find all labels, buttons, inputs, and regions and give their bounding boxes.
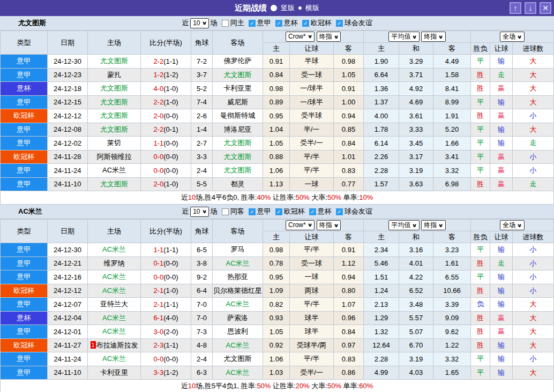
home-team: 尤文图斯 — [88, 109, 141, 123]
avg-draw: 4.92 — [399, 82, 433, 96]
move-up-button[interactable]: ↑ — [510, 2, 521, 14]
average-select[interactable]: 平均值∨ — [388, 32, 419, 42]
match-count-select[interactable]: 10∨ — [190, 207, 209, 217]
league-checkbox-friendly[interactable]: ✓ — [336, 20, 343, 27]
avg-draw: 3.48 — [399, 298, 433, 312]
table-row: 意甲 24-12-07 亚特兰大 2-1(1-1) 7-0 AC米兰 0.82 … — [1, 298, 554, 312]
goals-flag: 大 — [513, 311, 554, 325]
odds-handicap-line: 两球 — [290, 284, 334, 298]
corner-score: 7-0 — [191, 298, 213, 312]
match-count-select[interactable]: 10∨ — [190, 18, 209, 28]
league-label-ucl[interactable]: 欧冠杯 — [311, 18, 332, 28]
avg-home: 6.14 — [364, 137, 399, 150]
league-label-coppa[interactable]: 意杯 — [284, 18, 298, 28]
match-date: 24-12-12 — [48, 284, 88, 298]
odds-away: 1.12 — [334, 257, 364, 270]
league-label-friendly[interactable]: 球会友谊 — [345, 207, 372, 216]
league-label-ucl[interactable]: 欧冠杯 — [284, 207, 305, 216]
league-badge: 意甲 — [1, 68, 48, 82]
home-team-name: 卡利亚里 — [100, 368, 128, 376]
odds-company-select[interactable]: Crow*∨ — [286, 32, 315, 42]
score: 2-2(0-1) — [141, 123, 191, 137]
odds-stage-value: 终指 — [319, 221, 332, 230]
league-checkbox-ucl[interactable]: ✓ — [302, 20, 309, 27]
odds-home: 0.91 — [263, 55, 290, 69]
league-checkbox-coppa[interactable]: ✓ — [309, 208, 316, 215]
avg-draw: 4.01 — [399, 257, 433, 270]
same-home-checkbox[interactable] — [222, 20, 229, 27]
result-flag: 平 — [471, 270, 490, 284]
col-header-type: 类型 — [1, 31, 48, 55]
league-checkbox-coppa[interactable]: ✓ — [275, 20, 282, 27]
odds-stage-select[interactable]: 终指∨ — [317, 32, 341, 42]
odds-stage-select[interactable]: 终指∨ — [317, 220, 341, 230]
odds-home: 1.06 — [263, 164, 290, 178]
avg-home: 1.29 — [364, 311, 399, 325]
league-badge: 意杯 — [1, 311, 48, 325]
odds-away: 0.84 — [334, 137, 364, 150]
close-button[interactable]: ✕ — [540, 2, 551, 14]
odds-company-select[interactable]: Crow*∨ — [286, 220, 315, 230]
avg-draw: 4.69 — [399, 95, 433, 109]
halftime-score: (0-1) — [163, 125, 178, 133]
table-row: 意甲 24-12-01 AC米兰 3-0(2-0) 7-3 恩波利 1.05 球… — [1, 325, 554, 339]
fulltime-select[interactable]: 全场∨ — [500, 32, 524, 42]
same-away-checkbox[interactable] — [222, 208, 229, 215]
halftime-score: (4-0) — [163, 314, 178, 322]
league-checkbox-seriea[interactable]: ✓ — [249, 20, 256, 27]
vertical-layout-radio-icon[interactable] — [271, 5, 277, 11]
league-badge: 意甲 — [1, 137, 48, 150]
fulltime-score: 2-1 — [153, 287, 163, 295]
vertical-layout-label[interactable]: 竖版 — [281, 3, 295, 13]
match-date: 24-12-21 — [48, 257, 88, 270]
goals-flag: 大 — [513, 82, 554, 96]
average-stage-select[interactable]: 终指∨ — [421, 220, 445, 230]
odds-home: 0.82 — [263, 298, 290, 312]
same-away-label[interactable]: 同客 — [230, 207, 244, 216]
avg-draw: 3.61 — [399, 109, 433, 123]
sub-header-result: 胜负 — [471, 43, 490, 55]
horizontal-layout-label[interactable]: 横版 — [305, 3, 319, 13]
avg-away: 5.20 — [433, 123, 471, 137]
away-team-name: 尤文图斯 — [224, 139, 252, 147]
league-checkbox-friendly[interactable]: ✓ — [336, 208, 343, 215]
avg-draw: 3.17 — [399, 150, 433, 164]
goals-flag: 大 — [513, 68, 554, 82]
average-select[interactable]: 平均值∨ — [388, 220, 419, 230]
table-row: 意甲 24-12-23 蒙扎 1-2(1-2) 3-7 尤文图斯 0.84 受一… — [1, 68, 554, 82]
league-checkbox-seriea[interactable]: ✓ — [249, 208, 256, 215]
odds-away: 0.94 — [334, 270, 364, 284]
fulltime-select[interactable]: 全场∨ — [500, 220, 524, 230]
same-home-label[interactable]: 同主 — [230, 18, 244, 28]
avg-draw: 6.70 — [399, 338, 433, 352]
match-count-value: 10 — [193, 19, 200, 27]
avg-draw: 4.22 — [399, 270, 433, 284]
move-down-button[interactable]: ↓ — [525, 2, 536, 14]
avg-draw: 3.33 — [399, 123, 433, 137]
corner-score: 9-2 — [191, 270, 213, 284]
league-label-seriea[interactable]: 意甲 — [257, 18, 271, 28]
away-team: 尤文图斯 — [213, 164, 263, 178]
home-team: AC米兰 — [88, 325, 141, 339]
league-checkbox-ucl[interactable]: ✓ — [275, 208, 282, 215]
handicap-flag: 赢 — [490, 82, 513, 96]
section-team-name: 尤文图斯 — [18, 18, 46, 28]
chevron-down-icon: ∨ — [412, 223, 417, 228]
avg-draw: 3.16 — [399, 243, 433, 257]
summary-row: 近10场,胜4平6负0, 胜率:40% 让胜率:50% 大率:50% 单率:10… — [1, 191, 554, 205]
fulltime-score: 2-0 — [153, 180, 163, 188]
average-stage-select[interactable]: 终指∨ — [421, 32, 445, 42]
away-team: 尤文图斯 — [213, 352, 263, 366]
league-label-seriea[interactable]: 意甲 — [257, 207, 271, 216]
league-label-friendly[interactable]: 球会友谊 — [345, 18, 372, 28]
halftime-score: (1-2) — [163, 368, 178, 376]
home-team: 尤文图斯 — [88, 55, 141, 69]
table-row: 意甲 24-11-24 AC米兰 0-0(0-0) 2-4 尤文图斯 1.06 … — [1, 164, 554, 178]
table-row: 意甲 24-11-10 卡利亚里 3-3(1-2) 6-3 AC米兰 1.03 … — [1, 366, 554, 380]
handicap-flag: 输 — [490, 352, 513, 366]
horizontal-layout-radio-icon[interactable] — [298, 6, 302, 10]
home-team-name: 维罗纳 — [104, 259, 125, 267]
league-label-coppa[interactable]: 意杯 — [318, 207, 332, 216]
score: 0-0(0-0) — [141, 270, 191, 284]
avg-away: 6.55 — [433, 270, 471, 284]
